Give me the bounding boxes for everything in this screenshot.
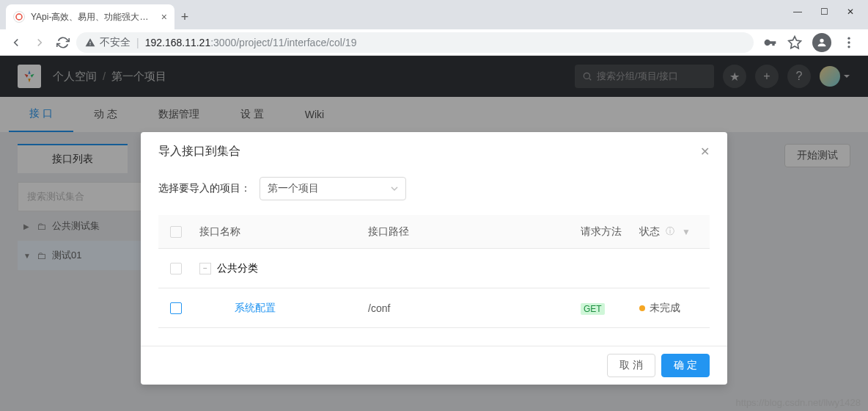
- insecure-indicator: 不安全: [85, 36, 130, 49]
- col-status-header: 状态ⓘ▼: [639, 225, 691, 239]
- checkbox-all[interactable]: [170, 226, 182, 238]
- reload-button[interactable]: [53, 32, 73, 53]
- project-select-label: 选择要导入的项目：: [158, 182, 251, 195]
- table-header: 接口名称 接口路径 请求方法 状态ⓘ▼: [158, 215, 710, 249]
- col-method-header: 请求方法: [581, 225, 639, 239]
- browser-profile-avatar[interactable]: [812, 33, 831, 52]
- svg-point-1: [847, 37, 850, 39]
- tab-favicon: [13, 11, 25, 23]
- back-button[interactable]: [6, 32, 26, 53]
- import-modal: 导入接口到集合 ✕ 选择要导入的项目： 第一个项目 接口名称 接口路径 请求方法…: [141, 132, 727, 385]
- cancel-button[interactable]: 取 消: [607, 354, 655, 377]
- expand-toggle[interactable]: −: [199, 263, 211, 274]
- insecure-label: 不安全: [100, 36, 130, 49]
- filter-icon[interactable]: ▼: [682, 227, 691, 237]
- project-select[interactable]: 第一个项目: [260, 177, 406, 200]
- window-close[interactable]: ✕: [846, 7, 855, 16]
- modal-close-icon[interactable]: ✕: [700, 145, 710, 159]
- url-input[interactable]: 不安全 | 192.168.11.21:3000/project/11/inte…: [76, 32, 754, 53]
- status-cell: 未完成: [639, 302, 680, 315]
- col-name-header: 接口名称: [199, 225, 368, 239]
- tab-title: YApi-高效、易用、功能强大的可…: [31, 11, 155, 23]
- confirm-button[interactable]: 确 定: [661, 354, 710, 377]
- svg-point-0: [16, 14, 22, 20]
- status-dot-icon: [639, 305, 645, 311]
- interface-path: /conf: [368, 302, 581, 314]
- forward-button[interactable]: [29, 32, 50, 53]
- group-name: 公共分类: [217, 262, 258, 275]
- watermark: https://blog.csdn.net/llwy1428: [735, 397, 861, 408]
- svg-point-2: [847, 41, 850, 43]
- method-badge: GET: [581, 303, 605, 315]
- window-maximize[interactable]: ☐: [820, 7, 828, 16]
- key-icon[interactable]: [762, 35, 777, 50]
- new-tab-button[interactable]: +: [174, 10, 195, 29]
- url-text: 192.168.11.21:3000/project/11/interface/…: [145, 37, 357, 48]
- modal-title: 导入接口到集合: [158, 144, 240, 159]
- menu-dots-icon[interactable]: [842, 35, 856, 50]
- table-row: 系统配置 /conf GET 未完成: [158, 288, 710, 328]
- checkbox[interactable]: [170, 263, 182, 274]
- chevron-down-icon: [391, 185, 398, 192]
- browser-tab[interactable]: YApi-高效、易用、功能强大的可… ×: [6, 4, 174, 29]
- table-group-row: − 公共分类: [158, 249, 710, 288]
- star-icon[interactable]: [787, 35, 802, 50]
- checkbox[interactable]: [170, 302, 182, 314]
- col-path-header: 接口路径: [368, 225, 581, 239]
- window-minimize[interactable]: —: [793, 7, 802, 16]
- address-bar: 不安全 | 192.168.11.21:3000/project/11/inte…: [0, 29, 868, 56]
- tab-close-icon[interactable]: ×: [161, 11, 167, 23]
- help-icon[interactable]: ⓘ: [666, 225, 674, 238]
- browser-tabs-bar: YApi-高效、易用、功能强大的可… × +: [0, 0, 868, 29]
- svg-point-3: [847, 46, 850, 48]
- interface-name[interactable]: 系统配置: [235, 302, 276, 315]
